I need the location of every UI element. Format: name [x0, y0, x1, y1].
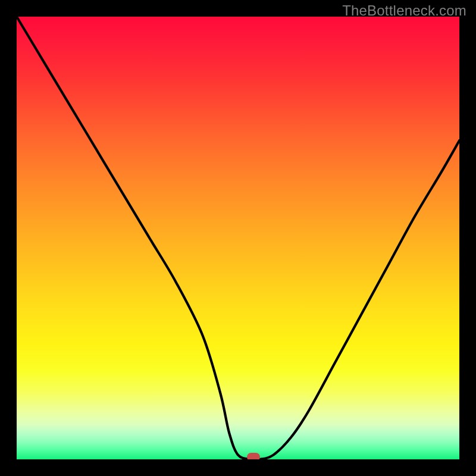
chart-frame: TheBottleneck.com: [0, 0, 476, 476]
curve-svg: [17, 17, 459, 459]
watermark-text: TheBottleneck.com: [342, 2, 466, 19]
minimum-marker: [247, 453, 260, 459]
plot-area: [17, 17, 459, 459]
bottleneck-curve: [17, 17, 459, 459]
